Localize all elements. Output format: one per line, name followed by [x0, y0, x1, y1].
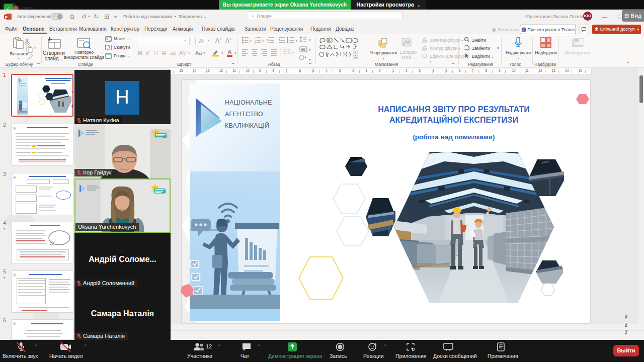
svg-text:▾: ▾	[250, 39, 252, 43]
svg-text:3: 3	[255, 42, 256, 45]
svg-text:A: A	[328, 39, 331, 42]
svg-text:b: b	[468, 45, 470, 48]
svg-text:T: T	[523, 28, 525, 31]
svg-text:▾: ▾	[309, 48, 311, 52]
svg-text:▾: ▾	[291, 50, 293, 54]
svg-text:P: P	[5, 15, 8, 20]
svg-text:▾: ▾	[309, 38, 311, 42]
svg-text:a: a	[464, 48, 466, 51]
svg-text:▾: ▾	[296, 39, 298, 43]
svg-text:▾: ▾	[262, 39, 264, 43]
svg-text:▾: ▾	[309, 58, 311, 61]
